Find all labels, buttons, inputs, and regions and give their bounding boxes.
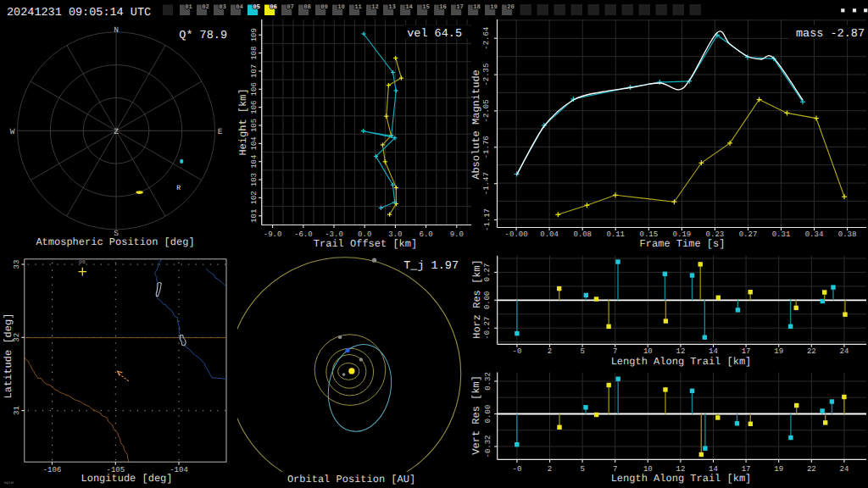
svg-text:24: 24 — [839, 465, 849, 474]
svg-text:01: 01 — [185, 4, 192, 11]
svg-text:19: 19 — [774, 465, 783, 474]
svg-text:mass -2.87: mass -2.87 — [796, 28, 865, 41]
svg-text:107: 107 — [250, 64, 259, 78]
svg-text:108: 108 — [250, 46, 259, 59]
svg-text:2: 2 — [548, 347, 552, 356]
svg-text:0.08: 0.08 — [573, 230, 592, 239]
svg-text:14: 14 — [405, 4, 413, 11]
svg-text:20: 20 — [507, 4, 515, 11]
svg-text:18: 18 — [473, 4, 481, 11]
svg-text:-0.27: -0.27 — [484, 317, 492, 340]
svg-text:-2.64: -2.64 — [483, 27, 492, 50]
svg-text:Frame Time [s]: Frame Time [s] — [640, 238, 726, 250]
svg-text:19: 19 — [490, 4, 498, 11]
svg-text:Atmospheric Position [deg]: Atmospheric Position [deg] — [36, 236, 194, 248]
svg-text:02: 02 — [202, 4, 209, 11]
svg-text:03: 03 — [219, 4, 226, 11]
svg-text:102: 102 — [250, 191, 259, 204]
svg-text:31: 31 — [13, 406, 21, 415]
svg-text:-0: -0 — [512, 465, 521, 474]
svg-text:13: 13 — [388, 4, 396, 11]
svg-text:0.00: 0.00 — [484, 405, 492, 424]
svg-text:5: 5 — [580, 347, 584, 356]
svg-text:E: E — [218, 127, 223, 136]
svg-text:N: N — [114, 25, 119, 35]
svg-text:0.31: 0.31 — [772, 230, 791, 239]
svg-text:0.11: 0.11 — [606, 230, 625, 239]
svg-text:-1.47: -1.47 — [483, 172, 492, 195]
svg-text:5: 5 — [580, 465, 584, 474]
svg-text:Length Along Trail [km]: Length Along Trail [km] — [611, 356, 752, 368]
svg-text:09: 09 — [320, 4, 328, 11]
svg-text:vel 64.5: vel 64.5 — [407, 28, 462, 41]
svg-text:Trail Offset [km]: Trail Offset [km] — [314, 238, 417, 250]
svg-text:16: 16 — [439, 4, 447, 11]
svg-text:15: 15 — [422, 4, 430, 11]
svg-text:104: 104 — [250, 136, 259, 150]
svg-text:12: 12 — [676, 347, 685, 356]
svg-text:Horz Res [km]: Horz Res [km] — [471, 259, 483, 339]
svg-text:Length Along Trail [km]: Length Along Trail [km] — [611, 473, 752, 485]
svg-text:T_j 1.97: T_j 1.97 — [403, 260, 459, 273]
svg-text:20241231 09:05:14 UTC: 20241231 09:05:14 UTC — [7, 7, 151, 19]
svg-text:0.00: 0.00 — [484, 291, 492, 309]
svg-text:-106: -106 — [43, 466, 62, 474]
svg-text:0.38: 0.38 — [838, 230, 857, 239]
svg-text:-2.35: -2.35 — [483, 64, 492, 86]
svg-text:24: 24 — [839, 347, 849, 356]
svg-text:9.0: 9.0 — [450, 230, 464, 239]
svg-text:Longitude [deg]: Longitude [deg] — [81, 473, 172, 485]
svg-text:106: 106 — [250, 100, 259, 114]
svg-text:11: 11 — [354, 4, 362, 11]
svg-text:0.27: 0.27 — [484, 263, 492, 282]
svg-text:0.32: 0.32 — [484, 372, 492, 391]
svg-text:109: 109 — [250, 28, 259, 42]
svg-text:14: 14 — [709, 347, 718, 356]
svg-text:-0: -0 — [512, 347, 521, 356]
svg-text:19: 19 — [774, 347, 783, 356]
svg-text:Z: Z — [114, 127, 119, 136]
svg-text:05: 05 — [253, 4, 260, 11]
svg-text:W: W — [10, 127, 15, 136]
svg-text:06: 06 — [270, 4, 277, 11]
svg-text:104: 104 — [250, 155, 259, 169]
svg-text:2: 2 — [548, 465, 552, 474]
svg-text:Latitude [deg]: Latitude [deg] — [3, 313, 14, 399]
svg-text:7: 7 — [613, 347, 617, 356]
svg-text:17: 17 — [456, 4, 464, 11]
svg-text:-1.17: -1.17 — [483, 208, 492, 231]
svg-text:10: 10 — [643, 347, 653, 356]
svg-text:0.04: 0.04 — [540, 230, 559, 239]
svg-text:6.0: 6.0 — [419, 230, 432, 239]
svg-text:0.34: 0.34 — [805, 230, 824, 239]
svg-text:0.27: 0.27 — [739, 230, 758, 239]
svg-text:103: 103 — [250, 173, 259, 186]
svg-text:10: 10 — [337, 4, 345, 11]
svg-text:Absolute Magnitude: Absolute Magnitude — [470, 69, 482, 180]
svg-text:08: 08 — [303, 4, 311, 11]
svg-text:105: 105 — [250, 119, 259, 132]
svg-text:-2.05: -2.05 — [483, 99, 492, 122]
svg-text:-0.00: -0.00 — [505, 230, 528, 239]
svg-text:101: 101 — [250, 209, 259, 223]
svg-text:106: 106 — [250, 82, 259, 96]
svg-text:12: 12 — [371, 4, 379, 11]
svg-text:mpLW: mpLW — [4, 481, 14, 485]
svg-text:-6.0: -6.0 — [294, 230, 313, 239]
svg-text:04: 04 — [236, 4, 243, 11]
svg-text:33: 33 — [13, 260, 21, 269]
svg-text:07: 07 — [287, 4, 294, 11]
svg-text:-0.32: -0.32 — [484, 435, 492, 458]
svg-text:Height [km]: Height [km] — [237, 88, 249, 155]
svg-text:-1.76: -1.76 — [483, 136, 492, 158]
svg-text:R: R — [176, 185, 181, 192]
svg-text:22: 22 — [807, 465, 816, 474]
svg-text:-9.0: -9.0 — [264, 230, 282, 239]
svg-text:06: 06 — [79, 259, 86, 265]
svg-text:22: 22 — [807, 347, 816, 356]
svg-text:17: 17 — [742, 347, 751, 356]
svg-text:Orbital Position [AU]: Orbital Position [AU] — [287, 474, 415, 485]
svg-text:Vert Res [km]: Vert Res [km] — [471, 375, 483, 455]
svg-text:Q* 78.9: Q* 78.9 — [179, 30, 227, 42]
